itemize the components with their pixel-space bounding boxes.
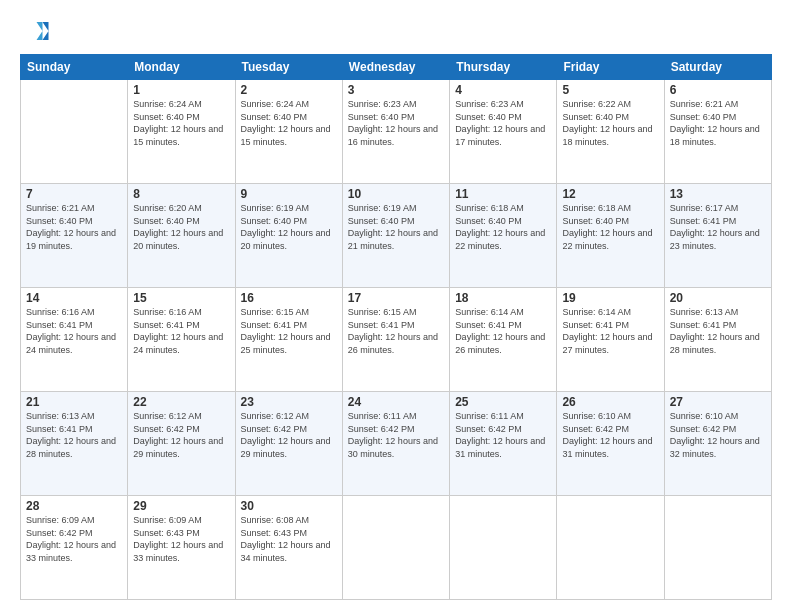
- sunrise-text: Sunrise: 6:23 AM: [348, 98, 444, 111]
- sunset-text: Sunset: 6:41 PM: [26, 423, 122, 436]
- daylight-text: Daylight: 12 hours and 33 minutes.: [26, 539, 122, 564]
- calendar-cell: 16 Sunrise: 6:15 AM Sunset: 6:41 PM Dayl…: [235, 288, 342, 392]
- day-number: 10: [348, 187, 444, 201]
- sunset-text: Sunset: 6:40 PM: [26, 215, 122, 228]
- day-number: 16: [241, 291, 337, 305]
- daylight-text: Daylight: 12 hours and 29 minutes.: [241, 435, 337, 460]
- calendar-table: SundayMondayTuesdayWednesdayThursdayFrid…: [20, 54, 772, 600]
- calendar-cell: 25 Sunrise: 6:11 AM Sunset: 6:42 PM Dayl…: [450, 392, 557, 496]
- calendar-cell: 15 Sunrise: 6:16 AM Sunset: 6:41 PM Dayl…: [128, 288, 235, 392]
- daylight-text: Daylight: 12 hours and 18 minutes.: [562, 123, 658, 148]
- calendar-cell: 5 Sunrise: 6:22 AM Sunset: 6:40 PM Dayli…: [557, 80, 664, 184]
- logo-icon: [20, 16, 50, 46]
- day-number: 26: [562, 395, 658, 409]
- daylight-text: Daylight: 12 hours and 23 minutes.: [670, 227, 766, 252]
- day-info: Sunrise: 6:11 AM Sunset: 6:42 PM Dayligh…: [455, 410, 551, 460]
- sunrise-text: Sunrise: 6:16 AM: [133, 306, 229, 319]
- sunset-text: Sunset: 6:41 PM: [455, 319, 551, 332]
- day-number: 22: [133, 395, 229, 409]
- sunset-text: Sunset: 6:40 PM: [348, 215, 444, 228]
- daylight-text: Daylight: 12 hours and 31 minutes.: [455, 435, 551, 460]
- calendar-cell: 23 Sunrise: 6:12 AM Sunset: 6:42 PM Dayl…: [235, 392, 342, 496]
- day-info: Sunrise: 6:15 AM Sunset: 6:41 PM Dayligh…: [241, 306, 337, 356]
- day-number: 15: [133, 291, 229, 305]
- day-number: 1: [133, 83, 229, 97]
- daylight-text: Daylight: 12 hours and 15 minutes.: [241, 123, 337, 148]
- logo: [20, 16, 54, 46]
- day-number: 25: [455, 395, 551, 409]
- day-info: Sunrise: 6:19 AM Sunset: 6:40 PM Dayligh…: [348, 202, 444, 252]
- day-number: 24: [348, 395, 444, 409]
- sunset-text: Sunset: 6:42 PM: [670, 423, 766, 436]
- daylight-text: Daylight: 12 hours and 31 minutes.: [562, 435, 658, 460]
- sunrise-text: Sunrise: 6:12 AM: [133, 410, 229, 423]
- day-number: 4: [455, 83, 551, 97]
- day-number: 17: [348, 291, 444, 305]
- day-info: Sunrise: 6:13 AM Sunset: 6:41 PM Dayligh…: [26, 410, 122, 460]
- sunrise-text: Sunrise: 6:19 AM: [348, 202, 444, 215]
- sunset-text: Sunset: 6:40 PM: [241, 215, 337, 228]
- sunrise-text: Sunrise: 6:09 AM: [26, 514, 122, 527]
- day-number: 8: [133, 187, 229, 201]
- day-info: Sunrise: 6:13 AM Sunset: 6:41 PM Dayligh…: [670, 306, 766, 356]
- sunrise-text: Sunrise: 6:19 AM: [241, 202, 337, 215]
- sunrise-text: Sunrise: 6:12 AM: [241, 410, 337, 423]
- day-info: Sunrise: 6:21 AM Sunset: 6:40 PM Dayligh…: [26, 202, 122, 252]
- day-number: 27: [670, 395, 766, 409]
- calendar-cell: 24 Sunrise: 6:11 AM Sunset: 6:42 PM Dayl…: [342, 392, 449, 496]
- sunrise-text: Sunrise: 6:11 AM: [455, 410, 551, 423]
- day-number: 11: [455, 187, 551, 201]
- calendar-cell: 9 Sunrise: 6:19 AM Sunset: 6:40 PM Dayli…: [235, 184, 342, 288]
- calendar-cell: 17 Sunrise: 6:15 AM Sunset: 6:41 PM Dayl…: [342, 288, 449, 392]
- calendar-cell: 18 Sunrise: 6:14 AM Sunset: 6:41 PM Dayl…: [450, 288, 557, 392]
- sunrise-text: Sunrise: 6:14 AM: [562, 306, 658, 319]
- day-number: 12: [562, 187, 658, 201]
- calendar-cell: 3 Sunrise: 6:23 AM Sunset: 6:40 PM Dayli…: [342, 80, 449, 184]
- sunset-text: Sunset: 6:40 PM: [455, 111, 551, 124]
- calendar-cell: 22 Sunrise: 6:12 AM Sunset: 6:42 PM Dayl…: [128, 392, 235, 496]
- day-number: 30: [241, 499, 337, 513]
- calendar-week-row: 1 Sunrise: 6:24 AM Sunset: 6:40 PM Dayli…: [21, 80, 772, 184]
- day-number: 9: [241, 187, 337, 201]
- sunset-text: Sunset: 6:43 PM: [241, 527, 337, 540]
- day-info: Sunrise: 6:09 AM Sunset: 6:43 PM Dayligh…: [133, 514, 229, 564]
- daylight-text: Daylight: 12 hours and 20 minutes.: [241, 227, 337, 252]
- sunset-text: Sunset: 6:40 PM: [562, 111, 658, 124]
- day-info: Sunrise: 6:14 AM Sunset: 6:41 PM Dayligh…: [455, 306, 551, 356]
- sunrise-text: Sunrise: 6:16 AM: [26, 306, 122, 319]
- day-info: Sunrise: 6:12 AM Sunset: 6:42 PM Dayligh…: [241, 410, 337, 460]
- daylight-text: Daylight: 12 hours and 29 minutes.: [133, 435, 229, 460]
- weekday-header-row: SundayMondayTuesdayWednesdayThursdayFrid…: [21, 55, 772, 80]
- daylight-text: Daylight: 12 hours and 25 minutes.: [241, 331, 337, 356]
- sunrise-text: Sunrise: 6:22 AM: [562, 98, 658, 111]
- sunset-text: Sunset: 6:40 PM: [562, 215, 658, 228]
- calendar-cell: 10 Sunrise: 6:19 AM Sunset: 6:40 PM Dayl…: [342, 184, 449, 288]
- day-number: 19: [562, 291, 658, 305]
- day-info: Sunrise: 6:21 AM Sunset: 6:40 PM Dayligh…: [670, 98, 766, 148]
- sunrise-text: Sunrise: 6:08 AM: [241, 514, 337, 527]
- page: SundayMondayTuesdayWednesdayThursdayFrid…: [0, 0, 792, 612]
- weekday-header-saturday: Saturday: [664, 55, 771, 80]
- day-info: Sunrise: 6:17 AM Sunset: 6:41 PM Dayligh…: [670, 202, 766, 252]
- calendar-cell: 1 Sunrise: 6:24 AM Sunset: 6:40 PM Dayli…: [128, 80, 235, 184]
- day-info: Sunrise: 6:14 AM Sunset: 6:41 PM Dayligh…: [562, 306, 658, 356]
- daylight-text: Daylight: 12 hours and 32 minutes.: [670, 435, 766, 460]
- day-info: Sunrise: 6:11 AM Sunset: 6:42 PM Dayligh…: [348, 410, 444, 460]
- calendar-cell: 19 Sunrise: 6:14 AM Sunset: 6:41 PM Dayl…: [557, 288, 664, 392]
- calendar-cell: 14 Sunrise: 6:16 AM Sunset: 6:41 PM Dayl…: [21, 288, 128, 392]
- calendar-cell: 8 Sunrise: 6:20 AM Sunset: 6:40 PM Dayli…: [128, 184, 235, 288]
- sunrise-text: Sunrise: 6:10 AM: [670, 410, 766, 423]
- sunrise-text: Sunrise: 6:10 AM: [562, 410, 658, 423]
- day-info: Sunrise: 6:24 AM Sunset: 6:40 PM Dayligh…: [133, 98, 229, 148]
- day-info: Sunrise: 6:09 AM Sunset: 6:42 PM Dayligh…: [26, 514, 122, 564]
- daylight-text: Daylight: 12 hours and 15 minutes.: [133, 123, 229, 148]
- sunset-text: Sunset: 6:40 PM: [670, 111, 766, 124]
- day-info: Sunrise: 6:16 AM Sunset: 6:41 PM Dayligh…: [133, 306, 229, 356]
- sunset-text: Sunset: 6:40 PM: [133, 215, 229, 228]
- sunset-text: Sunset: 6:42 PM: [455, 423, 551, 436]
- sunrise-text: Sunrise: 6:15 AM: [241, 306, 337, 319]
- sunrise-text: Sunrise: 6:11 AM: [348, 410, 444, 423]
- sunrise-text: Sunrise: 6:24 AM: [241, 98, 337, 111]
- daylight-text: Daylight: 12 hours and 26 minutes.: [348, 331, 444, 356]
- calendar-cell: 13 Sunrise: 6:17 AM Sunset: 6:41 PM Dayl…: [664, 184, 771, 288]
